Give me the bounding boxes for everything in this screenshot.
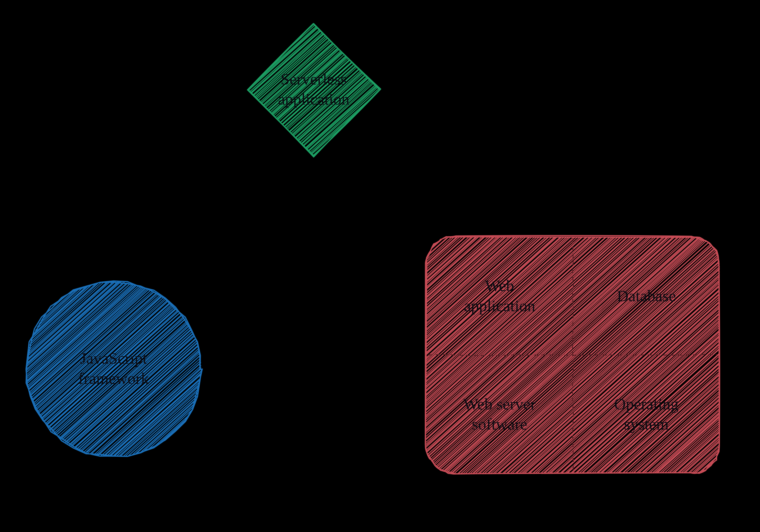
circle-node: JavaScript framework: [19, 275, 208, 464]
diamond-node: Serverless application: [240, 17, 387, 163]
diagram-canvas: Serverless application JavaScript framew…: [0, 0, 760, 532]
square-node: Web application Database Web server soft…: [419, 230, 727, 480]
